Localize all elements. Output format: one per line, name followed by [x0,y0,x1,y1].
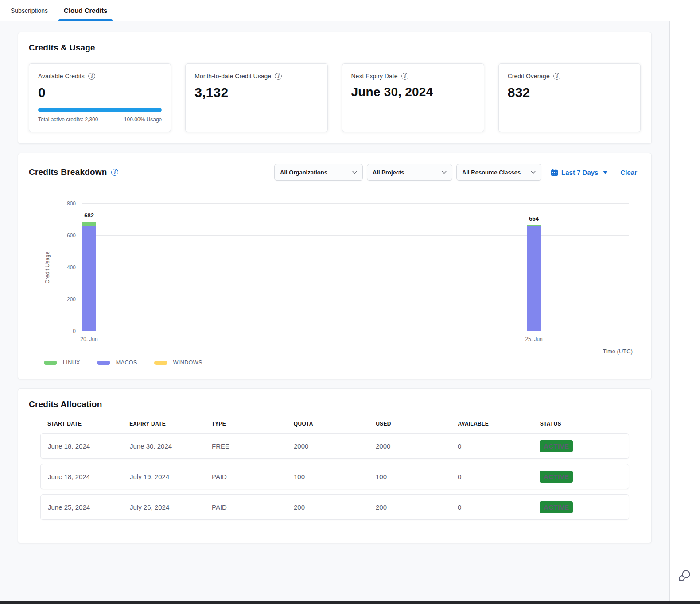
legend-item-linux[interactable]: LINUX [44,360,86,366]
tab-subscriptions[interactable]: Subscriptions [6,0,52,21]
bar-segment-macos[interactable] [527,226,541,331]
chart-gridline [82,267,629,267]
credits-progress-fill [38,108,162,112]
chart-gridline [82,299,629,299]
credits-allocation-section: Credits Allocation START DATE EXPIRY DAT… [18,388,652,543]
main-content: Credits & Usage Available Credits i 0 To… [0,21,670,601]
info-icon[interactable]: i [275,73,282,80]
cell-expiry-date: July 19, 2024 [130,473,212,480]
clear-filters-button[interactable]: Clear [620,169,637,176]
chart-x-axis-label: Time (UTC) [603,348,633,355]
usage-percent-text: 100.00% Usage [124,116,162,123]
chart-bar[interactable] [527,204,541,331]
col-expiry-date: EXPIRY DATE [129,421,211,427]
chart-gridline [82,203,629,204]
status-badge: ACTIVE [540,440,573,452]
chevron-down-icon [352,171,357,174]
cell-expiry-date: June 30, 2024 [130,442,212,450]
legend-label: LINUX [63,360,80,366]
bar-segment-macos[interactable] [82,226,96,331]
breakdown-filters: All Organizations All Projects All Resou… [274,164,641,181]
chevron-down-icon [531,171,536,174]
col-status: STATUS [540,421,622,427]
tab-subscriptions-label: Subscriptions [11,7,48,14]
bar-total-label: 664 [529,215,539,222]
support-chat-button[interactable] [678,569,691,584]
cell-type: PAID [212,473,294,480]
chevron-down-icon [442,171,447,174]
caret-down-icon [603,171,607,174]
cell-available: 0 [458,473,540,480]
bar-total-label: 682 [84,212,94,219]
chart-gridline [82,331,629,331]
legend-item-macos[interactable]: MACOS [97,360,144,366]
cell-quota: 200 [294,503,376,511]
credit-overage-value: 832 [508,85,631,100]
table-row[interactable]: June 18, 2024 July 19, 2024 PAID 100 100… [40,464,629,489]
mtd-usage-value: 3,132 [194,85,318,100]
projects-filter-value: All Projects [373,169,404,176]
bottom-edge-bar [0,601,700,604]
chart-y-tick-label: 200 [67,296,76,302]
tab-bar: Subscriptions Cloud Credits [0,0,700,21]
credits-usage-title: Credits & Usage [29,43,641,53]
metric-card-mtd-usage: Month-to-date Credit Usage i 3,132 [185,63,327,132]
metric-card-credit-overage: Credit Overage i 832 [498,63,641,132]
legend-swatch [97,361,110,365]
col-start-date: START DATE [47,421,129,427]
tab-cloud-credits[interactable]: Cloud Credits [58,0,113,21]
chart-y-tick-label: 400 [67,264,76,271]
chart-y-tick-label: 600 [67,232,76,239]
available-credits-value: 0 [38,85,162,100]
chart-y-tick-label: 800 [67,201,76,207]
info-icon[interactable]: i [111,169,118,176]
allocation-table: START DATE EXPIRY DATE TYPE QUOTA USED A… [40,421,629,520]
total-active-credits-text: Total active credits: 2,300 [38,116,98,123]
organizations-filter-select[interactable]: All Organizations [274,164,363,181]
tab-cloud-credits-label: Cloud Credits [64,7,107,14]
cell-used: 2000 [376,442,458,450]
legend-item-windows[interactable]: WINDOWS [154,360,209,366]
chart-bar[interactable] [82,204,96,331]
cell-start-date: June 18, 2024 [48,442,130,450]
legend-swatch [44,361,57,365]
calendar-icon [551,169,558,176]
cell-start-date: June 25, 2024 [48,503,130,511]
credits-progress-bar [38,108,162,112]
active-tab-underline [58,19,113,21]
credits-usage-section: Credits & Usage Available Credits i 0 To… [18,32,652,144]
legend-label: MACOS [116,360,137,366]
credits-allocation-title: Credits Allocation [29,399,641,409]
chart-x-tick [89,331,89,334]
credit-overage-label: Credit Overage [508,73,550,80]
bar-segment-linux[interactable] [527,225,541,226]
info-icon[interactable]: i [553,73,560,80]
organizations-filter-value: All Organizations [280,169,327,176]
col-quota: QUOTA [294,421,376,427]
status-badge: ACTIVE [540,501,573,513]
metric-card-row: Available Credits i 0 Total active credi… [29,63,641,133]
legend-swatch [154,361,167,365]
right-gutter [670,21,700,601]
chart-y-tick-label: 0 [73,328,76,334]
table-row[interactable]: June 25, 2024 July 26, 2024 PAID 200 200… [40,494,629,520]
legend-label: WINDOWS [173,360,202,366]
projects-filter-select[interactable]: All Projects [367,164,452,181]
metric-card-available-credits: Available Credits i 0 Total active credi… [29,63,171,132]
mtd-usage-label: Month-to-date Credit Usage [194,73,271,80]
info-icon[interactable]: i [401,73,408,80]
date-range-picker[interactable]: Last 7 Days [551,169,607,176]
next-expiry-label: Next Expiry Date [351,73,398,80]
resource-classes-filter-select[interactable]: All Resource Classes [456,164,541,181]
cell-expiry-date: July 26, 2024 [130,503,212,511]
cell-start-date: June 18, 2024 [48,473,130,480]
bar-segment-linux[interactable] [82,222,96,226]
table-row[interactable]: June 18, 2024 June 30, 2024 FREE 2000 20… [40,433,629,459]
status-badge: ACTIVE [540,471,573,483]
cell-quota: 2000 [294,442,376,450]
chart-plot: Credit Usage Time (UTC) 0200400600800682… [82,204,629,331]
chart-legend: LINUXMACOSWINDOWS [44,360,641,366]
info-icon[interactable]: i [88,73,95,80]
cell-type: PAID [212,503,294,511]
cell-type: FREE [212,442,294,450]
